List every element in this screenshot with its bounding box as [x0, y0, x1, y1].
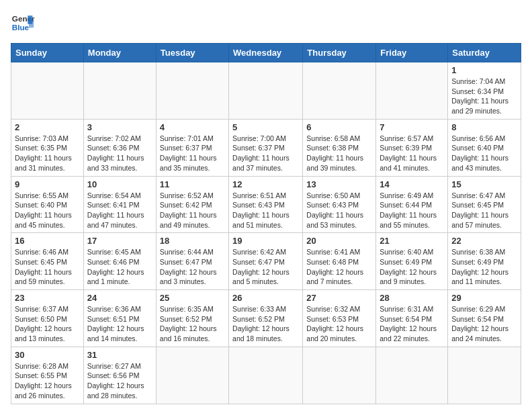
calendar-cell: 8Sunrise: 6:56 AM Sunset: 6:40 PM Daylig…	[448, 119, 521, 176]
calendar-week-1: 1Sunrise: 7:04 AM Sunset: 6:34 PM Daylig…	[11, 62, 521, 120]
calendar-cell: 20Sunrise: 6:41 AM Sunset: 6:48 PM Dayli…	[303, 233, 376, 290]
weekday-header-tuesday: Tuesday	[156, 44, 228, 62]
calendar-cell: 2Sunrise: 7:03 AM Sunset: 6:35 PM Daylig…	[11, 119, 84, 176]
day-number: 31	[87, 350, 152, 360]
day-info: Sunrise: 6:58 AM Sunset: 6:38 PM Dayligh…	[306, 134, 372, 173]
calendar-cell	[376, 62, 448, 120]
day-number: 25	[160, 293, 225, 303]
calendar-cell: 5Sunrise: 7:00 AM Sunset: 6:37 PM Daylig…	[229, 119, 303, 176]
calendar-week-2: 2Sunrise: 7:03 AM Sunset: 6:35 PM Daylig…	[11, 119, 521, 176]
weekday-header-thursday: Thursday	[303, 44, 376, 62]
calendar-cell: 17Sunrise: 6:45 AM Sunset: 6:46 PM Dayli…	[83, 233, 156, 290]
weekday-header-row: SundayMondayTuesdayWednesdayThursdayFrid…	[11, 44, 521, 62]
calendar-week-4: 16Sunrise: 6:46 AM Sunset: 6:45 PM Dayli…	[11, 233, 521, 290]
calendar-cell: 4Sunrise: 7:01 AM Sunset: 6:37 PM Daylig…	[156, 119, 228, 176]
day-info: Sunrise: 6:36 AM Sunset: 6:51 PM Dayligh…	[87, 304, 152, 344]
day-info: Sunrise: 6:45 AM Sunset: 6:46 PM Dayligh…	[87, 247, 152, 287]
calendar-cell: 13Sunrise: 6:50 AM Sunset: 6:43 PM Dayli…	[303, 176, 376, 233]
calendar-cell: 14Sunrise: 6:49 AM Sunset: 6:44 PM Dayli…	[376, 176, 448, 233]
day-info: Sunrise: 6:55 AM Sunset: 6:40 PM Dayligh…	[15, 191, 80, 230]
day-number: 18	[160, 236, 225, 246]
calendar-week-3: 9Sunrise: 6:55 AM Sunset: 6:40 PM Daylig…	[11, 176, 521, 233]
calendar-cell: 3Sunrise: 7:02 AM Sunset: 6:36 PM Daylig…	[83, 119, 156, 176]
day-info: Sunrise: 6:56 AM Sunset: 6:40 PM Dayligh…	[451, 134, 517, 173]
day-info: Sunrise: 7:02 AM Sunset: 6:36 PM Dayligh…	[87, 134, 152, 173]
calendar-cell: 23Sunrise: 6:37 AM Sunset: 6:50 PM Dayli…	[11, 290, 84, 347]
calendar-cell: 26Sunrise: 6:33 AM Sunset: 6:52 PM Dayli…	[229, 290, 303, 347]
day-number: 23	[15, 293, 80, 303]
calendar-cell: 9Sunrise: 6:55 AM Sunset: 6:40 PM Daylig…	[11, 176, 84, 233]
day-info: Sunrise: 6:44 AM Sunset: 6:47 PM Dayligh…	[160, 247, 225, 287]
calendar-cell: 27Sunrise: 6:32 AM Sunset: 6:53 PM Dayli…	[303, 290, 376, 347]
calendar-cell	[448, 347, 521, 404]
weekday-header-wednesday: Wednesday	[229, 44, 303, 62]
calendar-cell: 29Sunrise: 6:29 AM Sunset: 6:54 PM Dayli…	[448, 290, 521, 347]
calendar-cell	[229, 62, 303, 120]
calendar-cell	[83, 62, 156, 120]
calendar-cell	[376, 347, 448, 404]
calendar-cell: 18Sunrise: 6:44 AM Sunset: 6:47 PM Dayli…	[156, 233, 228, 290]
day-info: Sunrise: 6:42 AM Sunset: 6:47 PM Dayligh…	[232, 247, 299, 287]
calendar-cell: 6Sunrise: 6:58 AM Sunset: 6:38 PM Daylig…	[303, 119, 376, 176]
svg-text:Blue: Blue	[12, 23, 30, 32]
day-number: 12	[232, 179, 299, 189]
day-info: Sunrise: 7:03 AM Sunset: 6:35 PM Dayligh…	[15, 134, 80, 173]
day-number: 19	[232, 236, 299, 246]
calendar-cell: 25Sunrise: 6:35 AM Sunset: 6:52 PM Dayli…	[156, 290, 228, 347]
svg-marker-3	[29, 19, 34, 28]
calendar-cell: 31Sunrise: 6:27 AM Sunset: 6:56 PM Dayli…	[83, 347, 156, 404]
calendar-cell: 1Sunrise: 7:04 AM Sunset: 6:34 PM Daylig…	[448, 62, 521, 120]
calendar-cell: 16Sunrise: 6:46 AM Sunset: 6:45 PM Dayli…	[11, 233, 84, 290]
day-info: Sunrise: 6:54 AM Sunset: 6:41 PM Dayligh…	[87, 191, 152, 230]
logo: General Blue	[11, 11, 35, 35]
day-info: Sunrise: 6:41 AM Sunset: 6:48 PM Dayligh…	[306, 247, 372, 287]
calendar-cell	[11, 62, 84, 120]
day-info: Sunrise: 6:50 AM Sunset: 6:43 PM Dayligh…	[306, 191, 372, 230]
day-info: Sunrise: 6:29 AM Sunset: 6:54 PM Dayligh…	[451, 304, 517, 344]
calendar-week-5: 23Sunrise: 6:37 AM Sunset: 6:50 PM Dayli…	[11, 290, 521, 347]
calendar-cell: 24Sunrise: 6:36 AM Sunset: 6:51 PM Dayli…	[83, 290, 156, 347]
day-number: 21	[380, 236, 444, 246]
day-info: Sunrise: 6:47 AM Sunset: 6:45 PM Dayligh…	[451, 191, 517, 230]
day-info: Sunrise: 6:40 AM Sunset: 6:49 PM Dayligh…	[380, 247, 444, 287]
day-info: Sunrise: 6:49 AM Sunset: 6:44 PM Dayligh…	[380, 191, 444, 230]
calendar-cell: 15Sunrise: 6:47 AM Sunset: 6:45 PM Dayli…	[448, 176, 521, 233]
calendar-cell: 21Sunrise: 6:40 AM Sunset: 6:49 PM Dayli…	[376, 233, 448, 290]
calendar-cell	[156, 347, 228, 404]
day-number: 24	[87, 293, 152, 303]
day-number: 11	[160, 179, 225, 189]
calendar-cell: 22Sunrise: 6:38 AM Sunset: 6:49 PM Dayli…	[448, 233, 521, 290]
calendar-cell: 19Sunrise: 6:42 AM Sunset: 6:47 PM Dayli…	[229, 233, 303, 290]
day-number: 13	[306, 179, 372, 189]
calendar-cell	[303, 347, 376, 404]
day-number: 1	[451, 65, 517, 75]
day-number: 8	[451, 122, 517, 132]
day-info: Sunrise: 6:32 AM Sunset: 6:53 PM Dayligh…	[306, 304, 372, 344]
day-info: Sunrise: 6:51 AM Sunset: 6:43 PM Dayligh…	[232, 191, 299, 230]
day-number: 28	[380, 293, 444, 303]
day-number: 5	[232, 122, 299, 132]
weekday-header-monday: Monday	[83, 44, 156, 62]
day-number: 27	[306, 293, 372, 303]
calendar-cell: 10Sunrise: 6:54 AM Sunset: 6:41 PM Dayli…	[83, 176, 156, 233]
calendar-cell	[303, 62, 376, 120]
day-number: 10	[87, 179, 152, 189]
weekday-header-sunday: Sunday	[11, 44, 84, 62]
day-number: 30	[15, 350, 80, 360]
calendar-cell: 30Sunrise: 6:28 AM Sunset: 6:55 PM Dayli…	[11, 347, 84, 404]
day-number: 6	[306, 122, 372, 132]
day-number: 29	[451, 293, 517, 303]
calendar-cell	[156, 62, 228, 120]
day-info: Sunrise: 7:01 AM Sunset: 6:37 PM Dayligh…	[160, 134, 225, 173]
day-info: Sunrise: 6:28 AM Sunset: 6:55 PM Dayligh…	[15, 361, 80, 401]
day-info: Sunrise: 6:33 AM Sunset: 6:52 PM Dayligh…	[232, 304, 299, 344]
day-info: Sunrise: 7:04 AM Sunset: 6:34 PM Dayligh…	[451, 77, 517, 116]
day-info: Sunrise: 6:31 AM Sunset: 6:54 PM Dayligh…	[380, 304, 444, 344]
day-info: Sunrise: 6:27 AM Sunset: 6:56 PM Dayligh…	[87, 361, 152, 401]
day-number: 17	[87, 236, 152, 246]
day-info: Sunrise: 7:00 AM Sunset: 6:37 PM Dayligh…	[232, 134, 299, 173]
day-info: Sunrise: 6:38 AM Sunset: 6:49 PM Dayligh…	[451, 247, 517, 287]
calendar-cell: 11Sunrise: 6:52 AM Sunset: 6:42 PM Dayli…	[156, 176, 228, 233]
day-info: Sunrise: 6:52 AM Sunset: 6:42 PM Dayligh…	[160, 191, 225, 230]
calendar-cell: 28Sunrise: 6:31 AM Sunset: 6:54 PM Dayli…	[376, 290, 448, 347]
